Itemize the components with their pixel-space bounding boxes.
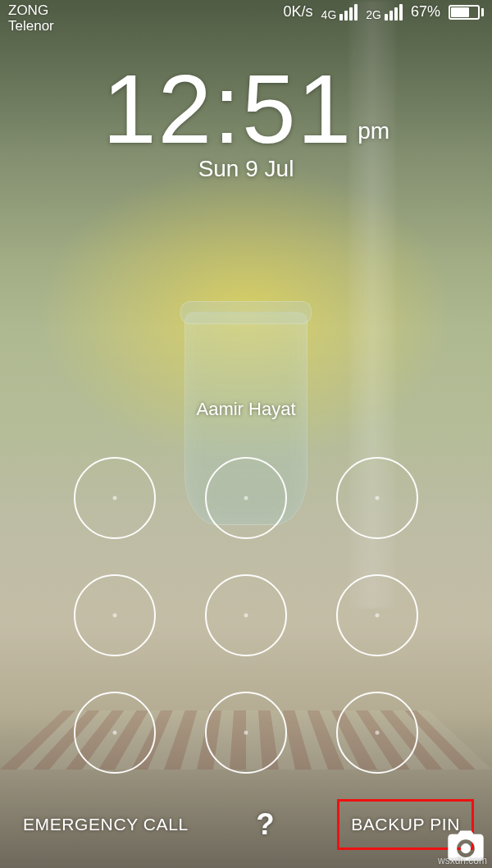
lock-screen: ZONG Telenor 0K/s 4G 2G 67%: [0, 0, 492, 868]
pattern-dot-6[interactable]: [336, 574, 418, 656]
battery-icon: [449, 5, 484, 20]
pattern-dot-1[interactable]: [74, 457, 156, 539]
clock-area: 12:51 pm Sun 9 Jul: [0, 61, 492, 182]
signal-bars-icon: [385, 4, 403, 21]
pattern-unlock-grid[interactable]: [49, 439, 443, 792]
status-carriers: ZONG Telenor: [8, 3, 54, 34]
pattern-dot-7[interactable]: [74, 692, 156, 774]
status-right: 0K/s 4G 2G 67%: [284, 3, 484, 21]
clock-time: 12:51: [102, 61, 353, 158]
pattern-dot-3[interactable]: [336, 457, 418, 539]
signal-bars-icon: [339, 4, 358, 21]
help-button[interactable]: ?: [246, 804, 284, 845]
carrier-2: Telenor: [8, 19, 54, 34]
signal-1-group: 4G: [321, 4, 358, 21]
clock-ampm: pm: [358, 118, 390, 144]
pattern-dot-2[interactable]: [205, 457, 287, 539]
signal-2-group: 2G: [366, 4, 403, 21]
clock-date: Sun 9 Jul: [0, 156, 492, 182]
image-source-label: wsxdn.com: [438, 855, 487, 866]
carrier-1: ZONG: [8, 3, 54, 19]
network-type-1: 4G: [321, 9, 337, 21]
pattern-dot-5[interactable]: [205, 574, 287, 656]
pattern-dot-4[interactable]: [74, 574, 156, 656]
status-bar: ZONG Telenor 0K/s 4G 2G 67%: [0, 0, 492, 39]
network-speed: 0K/s: [284, 3, 313, 21]
owner-name: Aamir Hayat: [0, 399, 492, 420]
network-type-2: 2G: [366, 9, 381, 21]
bottom-action-bar: EMERGENCY CALL ? BACKUP PIN: [0, 799, 492, 850]
emergency-call-button[interactable]: EMERGENCY CALL: [18, 805, 194, 844]
pattern-dot-8[interactable]: [205, 692, 287, 774]
battery-percentage: 67%: [411, 3, 440, 21]
pattern-dot-9[interactable]: [336, 692, 418, 774]
